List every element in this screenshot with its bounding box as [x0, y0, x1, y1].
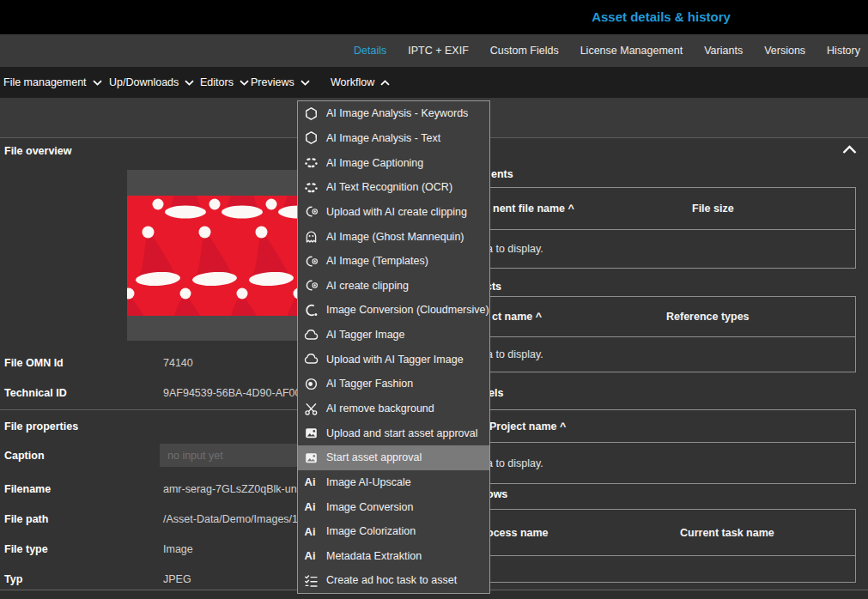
cloudmersive-icon — [304, 303, 319, 318]
workflow-menu-item-ai-remove-background[interactable]: AI remove background — [298, 396, 489, 421]
asset-details-window: Asset details & history DetailsIPTC + EX… — [0, 0, 868, 599]
dots-face-icon — [304, 180, 319, 195]
ghost-icon — [304, 229, 319, 244]
menu-item-label: AI create clipping — [326, 280, 409, 292]
menu-previews[interactable]: Previews — [251, 67, 310, 98]
workflow-menu-item-upload-with-ai-create-clipping[interactable]: Upload with AI create clipping — [298, 200, 489, 225]
collapse-section-chevron-up-icon[interactable] — [841, 143, 858, 156]
tab-variants[interactable]: Variants — [704, 45, 743, 57]
chevron-down-icon — [240, 80, 249, 86]
menu-item-label: Image AI-Upscale — [326, 476, 411, 488]
column-header-current-task-name[interactable]: Current task name — [680, 510, 774, 555]
tab-label: Custom Fields — [490, 45, 559, 57]
workflow-menu-item-ai-image-analysis-keywords[interactable]: AI Image Analysis - Keywords — [298, 101, 489, 126]
menu-bar: File management Up/Downloads Editors Pre… — [0, 67, 868, 98]
field-value: amr-serag-7GLsZZ0qBlk-unsp — [163, 483, 308, 495]
chevron-down-icon — [185, 80, 194, 86]
workflow-dropdown-menu: AI Image Analysis - Keywords AI Image An… — [297, 100, 490, 594]
menu-item-label: Upload with AI Tagger Image — [326, 354, 464, 366]
tab-custom-fields[interactable]: Custom Fields — [490, 45, 559, 57]
tab-bar: DetailsIPTC + EXIFCustom FieldsLicense M… — [0, 34, 868, 67]
menu-editors[interactable]: Editors — [200, 67, 249, 98]
menu-item-label: Image Colorization — [326, 525, 416, 537]
menu-item-label: Upload and start asset approval — [326, 427, 478, 439]
menu-label: Editors — [200, 76, 234, 88]
workflow-menu-item-create-ad-hoc-task-to-asset[interactable]: Create ad hoc task to asset — [298, 568, 489, 593]
workflow-menu-item-ai-text-recognition-ocr[interactable]: AI Text Recognition (OCR) — [298, 175, 489, 200]
menu-item-label: AI Tagger Image — [326, 329, 405, 341]
column-header-process-name[interactable]: ocess name — [487, 510, 549, 555]
menu-item-label: Image Conversion — [326, 501, 413, 513]
section-projects-title-fragment: els — [489, 387, 503, 399]
column-header-object-name[interactable]: ct name ^ — [492, 297, 542, 336]
column-header-project-name[interactable]: Project name ^ — [489, 410, 566, 442]
workflow-menu-item-ai-image-analysis-text[interactable]: AI Image Analysis - Text — [298, 126, 489, 151]
tab-label: History — [827, 45, 860, 57]
section-attachments-title-fragment: ents — [491, 168, 513, 180]
tab-label: License Management — [580, 45, 683, 57]
tab-history[interactable]: History — [827, 45, 860, 57]
workflow-menu-item-ai-tagger-image[interactable]: AI Tagger Image — [298, 323, 489, 348]
workflow-menu-item-ai-create-clipping[interactable]: AI create clipping — [298, 273, 489, 298]
tab-versions[interactable]: Versions — [764, 45, 805, 57]
field-label: File OMN Id — [4, 357, 163, 369]
chevron-down-icon — [93, 80, 102, 86]
field-label: File path — [4, 513, 163, 525]
field-label: Filename — [4, 483, 163, 495]
tab-license-management[interactable]: License Management — [580, 45, 683, 57]
openai-icon — [304, 106, 319, 121]
menu-item-label: AI Image Captioning — [326, 157, 423, 169]
title-bar: Asset details & history — [0, 0, 868, 34]
menu-label: Up/Downloads — [109, 76, 179, 88]
target-eye-icon — [304, 377, 319, 391]
ai-ligature-icon: Ai — [304, 499, 319, 514]
photo-icon — [304, 451, 319, 465]
menu-file-management[interactable]: File management — [3, 67, 102, 98]
page-title: Asset details & history — [592, 9, 731, 24]
field-label: Caption — [4, 450, 163, 462]
field-value: 9AF94539-56BA-4D90-AF00-0 — [163, 387, 311, 399]
scissors-icon — [304, 402, 319, 416]
field-value: Image — [163, 543, 193, 555]
workflow-menu-item-ai-image-captioning[interactable]: AI Image Captioning — [298, 150, 489, 175]
menu-item-label: Image Conversion (Cloudmersive) — [326, 304, 489, 316]
field-row-caption: Caption — [4, 444, 163, 467]
workflow-menu-item-upload-with-ai-tagger-image[interactable]: Upload with AI Tagger Image — [298, 347, 489, 372]
tab-label: Details — [354, 45, 386, 57]
no-data-text: a to display. — [487, 337, 543, 372]
column-header-file-size[interactable]: File size — [692, 188, 734, 229]
workflow-menu-item-upload-and-start-asset-approval[interactable]: Upload and start asset approval — [298, 421, 489, 445]
menu-up-downloads[interactable]: Up/Downloads — [109, 67, 194, 98]
column-header-file-name[interactable]: nent file name ^ — [493, 188, 574, 229]
section-title-file-overview: File overview — [4, 145, 72, 157]
menu-item-label: Upload with AI create clipping — [326, 206, 467, 218]
workflow-menu-item-ai-image-templates[interactable]: AI Image (Templates) — [298, 249, 489, 274]
workflow-menu-item-ai-tagger-fashion[interactable]: AI Tagger Fashion — [298, 372, 489, 396]
tab-iptc-exif[interactable]: IPTC + EXIF — [408, 45, 469, 57]
column-header-reference-types[interactable]: Reference types — [666, 297, 750, 336]
workflow-menu-item-image-conversion[interactable]: Ai Image Conversion — [298, 494, 489, 519]
menu-workflow[interactable]: Workflow — [331, 67, 390, 98]
workflow-menu-item-metadata-extraktion[interactable]: Ai Metadata Extraktion — [298, 544, 489, 569]
workflow-menu-item-image-ai-upscale[interactable]: Ai Image AI-Upscale — [298, 470, 489, 495]
c-target-icon — [304, 278, 319, 293]
workflow-menu-item-ai-image-ghost-mannequin[interactable]: AI Image (Ghost Mannequin) — [298, 224, 489, 249]
c-target-icon — [304, 204, 319, 219]
workflow-menu-item-image-conversion-cloudmersive[interactable]: Image Conversion (Cloudmersive) — [298, 298, 489, 323]
section-title-file-properties: File properties — [4, 421, 78, 433]
field-value: JPEG — [163, 573, 191, 585]
svg-text:Ai: Ai — [305, 549, 316, 562]
field-label: Typ — [4, 573, 163, 585]
tab-details[interactable]: Details — [354, 45, 386, 57]
ai-ligature-icon: Ai — [304, 548, 319, 563]
no-data-text: a to display. — [487, 443, 543, 483]
menu-item-label: AI Image (Templates) — [326, 255, 428, 267]
menu-label: File management — [3, 76, 87, 88]
cloud-icon — [304, 328, 319, 342]
ai-ligature-icon: Ai — [304, 475, 319, 489]
workflow-menu-item-start-asset-approval[interactable]: Start asset approval — [298, 445, 489, 470]
svg-text:Ai: Ai — [305, 475, 316, 488]
checklist-icon — [304, 573, 319, 588]
workflow-menu-item-image-colorization[interactable]: Ai Image Colorization — [298, 519, 489, 544]
no-data-text: a to display. — [487, 230, 543, 268]
